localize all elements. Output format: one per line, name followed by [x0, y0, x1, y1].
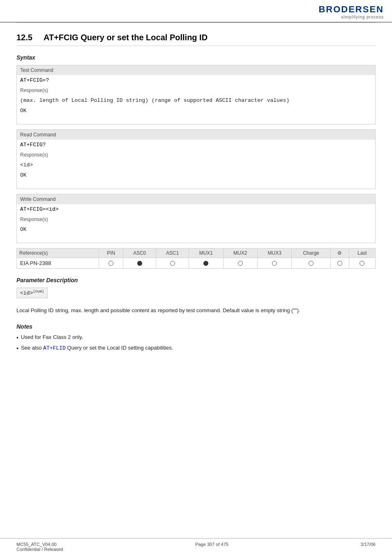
test-command-label: Test Command: [17, 65, 375, 75]
ref-mux3: [258, 258, 292, 269]
section-title: 12.5 AT+FCIG Query or set the Local Poll…: [16, 33, 376, 46]
circle-empty-icon: [170, 261, 175, 266]
footer-doc-id: MC55_ATC_V04.00: [16, 542, 63, 547]
ref-col-header-special: ⚙︎: [330, 249, 349, 258]
logo-name: BRODERSEN: [318, 4, 384, 15]
ref-col-header-pin: PIN: [99, 249, 123, 258]
notes-list: Used for Fax Class 2 only. See also AT+F…: [16, 334, 376, 352]
footer-date: 3/17/06: [360, 542, 376, 552]
write-command-label: Write Command: [17, 194, 375, 204]
ref-special: [330, 258, 349, 269]
write-command-response-label: Response(s): [17, 214, 375, 224]
ref-asc0: [123, 258, 156, 269]
circle-empty-icon: [272, 261, 277, 266]
footer-page: Page 307 of 475: [195, 542, 228, 552]
list-item: See also AT+FLID Query or set the Local …: [16, 345, 376, 353]
ref-col-header-asc0: ASC0: [123, 249, 156, 258]
logo-tagline: simplifying process: [318, 15, 384, 19]
circle-empty-icon: [360, 261, 364, 266]
ref-col-header-references: Reference(s): [17, 249, 99, 258]
read-command-response-code: <id>: [17, 160, 375, 170]
table-row: EIA PN-2388: [17, 258, 376, 269]
read-command-label: Read Command: [17, 130, 375, 140]
ref-charge: [292, 258, 330, 269]
write-command-table: Write Command AT+FCIG=<id> Response(s) O…: [17, 194, 375, 235]
test-command-ok: OK: [17, 106, 375, 116]
write-command-ok: OK: [17, 224, 375, 235]
notes-heading: Notes: [16, 323, 376, 330]
test-command-response-label: Response(s): [17, 85, 375, 95]
read-command-ok: OK: [17, 170, 375, 180]
ref-col-header-mux1: MUX1: [189, 249, 223, 258]
ref-row-name: EIA PN-2388: [17, 258, 99, 269]
ref-mux1: [189, 258, 223, 269]
circle-empty-icon: [238, 261, 243, 266]
ref-asc1: [156, 258, 189, 269]
section-heading-text: AT+FCIG Query or set the Local Polling I…: [44, 33, 208, 42]
ref-last: [349, 258, 375, 269]
read-command-code: AT+FCIG?: [17, 140, 375, 150]
ref-col-header-charge: Charge: [292, 249, 330, 258]
param-description-text: Local Polling ID string, max. length and…: [16, 306, 376, 315]
write-command-block: Write Command AT+FCIG=<id> Response(s) O…: [16, 194, 376, 243]
param-label-box: <id>(num): [16, 288, 376, 302]
reference-table: Reference(s) PIN ASC0 ASC1 MUX1 MUX2 MUX…: [16, 248, 376, 269]
main-content: 12.5 AT+FCIG Query or set the Local Poll…: [0, 23, 392, 367]
read-command-block: Read Command AT+FCIG? Response(s) <id> O…: [16, 129, 376, 189]
page-header: BRODERSEN simplifying process: [0, 0, 392, 23]
ref-col-header-mux3: MUX3: [258, 249, 292, 258]
test-command-code: AT+FCIG=?: [17, 75, 375, 85]
footer-status: Confidential / Released: [16, 547, 63, 552]
circle-empty-icon: [337, 261, 342, 266]
at-flid-link[interactable]: AT+FLID: [43, 345, 66, 351]
syntax-heading: Syntax: [16, 54, 376, 61]
note-2-text: See also AT+FLID Query or set the Local …: [21, 345, 173, 351]
param-desc-heading: Parameter Description: [16, 277, 376, 283]
circle-empty-icon: [309, 261, 314, 266]
ref-mux2: [223, 258, 257, 269]
read-command-response-label: Response(s): [17, 150, 375, 160]
test-command-block: Test Command AT+FCIG=? Response(s) (max.…: [16, 65, 376, 124]
ref-col-header-asc1: ASC1: [156, 249, 189, 258]
read-command-table: Read Command AT+FCIG? Response(s) <id> O…: [17, 130, 375, 180]
test-command-response-text: (max. length of Local Polling ID string)…: [17, 95, 375, 106]
ref-pin: [99, 258, 123, 269]
circle-filled-icon: [203, 261, 208, 266]
note-1-text: Used for Fax Class 2 only.: [21, 334, 83, 340]
page-footer: MC55_ATC_V04.00 Confidential / Released …: [0, 538, 392, 555]
list-item: Used for Fax Class 2 only.: [16, 334, 376, 342]
write-command-code: AT+FCIG=<id>: [17, 204, 375, 214]
ref-col-header-mux2: MUX2: [223, 249, 257, 258]
param-name: <id>(num): [16, 288, 48, 298]
logo: BRODERSEN simplifying process: [318, 4, 384, 19]
section-number: 12.5: [16, 33, 32, 42]
circle-filled-icon: [137, 261, 142, 266]
footer-left: MC55_ATC_V04.00 Confidential / Released: [16, 542, 63, 552]
circle-empty-icon: [108, 261, 113, 266]
test-command-table: Test Command AT+FCIG=? Response(s) (max.…: [17, 65, 375, 116]
ref-col-header-last: Last: [349, 249, 375, 258]
